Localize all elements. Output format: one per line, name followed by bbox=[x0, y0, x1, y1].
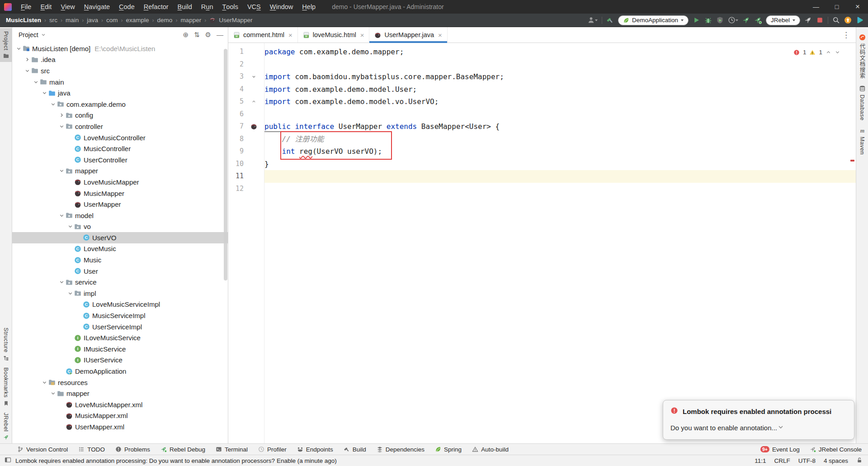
code-line[interactable]: import com.baomidou.mybatisplus.core.map… bbox=[264, 71, 856, 83]
window-layout-icon[interactable] bbox=[5, 456, 11, 465]
tree-row[interactable]: IILoveMusicService bbox=[12, 332, 228, 343]
stripe-item-database[interactable]: Database bbox=[856, 82, 868, 124]
file-encoding[interactable]: UTF-8 bbox=[798, 457, 816, 464]
window-layout-icon[interactable] bbox=[5, 456, 11, 463]
toolwindow-button-terminal[interactable]: Terminal bbox=[216, 446, 248, 453]
editor-body[interactable]: 123456789101112 package com.example.demo… bbox=[228, 43, 856, 443]
line-ending[interactable]: CRLF bbox=[774, 457, 790, 464]
padlock-icon[interactable] bbox=[856, 457, 863, 465]
tree-row[interactable]: CUser bbox=[12, 266, 228, 277]
jrebel-debug-rocket-button[interactable] bbox=[754, 16, 762, 24]
status-message[interactable]: Lombok requires enabled annotation proce… bbox=[15, 457, 337, 464]
toolwindow-button-build[interactable]: Build bbox=[344, 446, 366, 453]
tree-row[interactable]: controller bbox=[12, 121, 228, 132]
menu-item-vcs[interactable]: VCS bbox=[243, 0, 265, 14]
tree-row[interactable]: CLoveMusicController bbox=[12, 132, 228, 143]
breadcrumb-item-musiclisten[interactable]: MusicListen bbox=[6, 17, 41, 24]
tree-row[interactable]: UserMapper.xml bbox=[12, 421, 228, 433]
chevron-closed-icon[interactable] bbox=[24, 57, 30, 62]
menu-item-edit[interactable]: Edit bbox=[36, 0, 56, 14]
chevron-open-icon[interactable] bbox=[42, 90, 47, 96]
chevron-down-icon[interactable] bbox=[41, 32, 46, 38]
tree-row[interactable]: LoveMusicMapper bbox=[12, 176, 228, 188]
tree-row[interactable]: LoveMusicMapper.xml bbox=[12, 399, 228, 410]
gutter-line[interactable]: 1 bbox=[228, 46, 264, 58]
tree-row[interactable]: mapper bbox=[12, 388, 228, 399]
tree-row[interactable]: MusicMapper bbox=[12, 188, 228, 199]
toolwindow-button-spring[interactable]: Spring bbox=[435, 446, 462, 453]
tree-row[interactable]: CDemoApplication bbox=[12, 366, 228, 377]
editor-gutter[interactable]: 123456789101112 bbox=[228, 43, 264, 443]
tree-row[interactable]: IIUserService bbox=[12, 355, 228, 366]
jrebel-disabled-rocket-button[interactable] bbox=[804, 16, 812, 24]
stripe-item-代码文档搜索[interactable]: 代码文档搜索 bbox=[856, 31, 868, 82]
tree-row[interactable]: resources bbox=[12, 377, 228, 388]
ide-update-button[interactable] bbox=[844, 16, 852, 24]
code-line[interactable] bbox=[264, 58, 856, 71]
indent-setting[interactable]: 4 spaces bbox=[824, 457, 848, 464]
code-line[interactable] bbox=[264, 183, 856, 195]
code-view[interactable]: package com.example.demo.mapper;import c… bbox=[264, 43, 856, 443]
toolwindow-button-version-control[interactable]: Version Control bbox=[17, 446, 68, 453]
gutter-line[interactable]: 11 bbox=[228, 170, 264, 183]
chevron-open-icon[interactable] bbox=[59, 279, 65, 285]
chevron-open-icon[interactable] bbox=[251, 74, 256, 79]
tree-row[interactable]: IIMusicService bbox=[12, 343, 228, 355]
gutter-line[interactable]: 6 bbox=[228, 108, 264, 121]
tree-row[interactable]: service bbox=[12, 276, 228, 288]
toolwindow-button-problems[interactable]: Problems bbox=[115, 446, 150, 453]
settings-gear-icon[interactable]: ⚙ bbox=[205, 31, 211, 39]
tree-row[interactable]: CLoveMusic bbox=[12, 243, 228, 255]
close-tab-icon[interactable]: × bbox=[438, 31, 442, 39]
tree-row[interactable]: CLoveMusicServiceImpl bbox=[12, 299, 228, 310]
chevron-open-icon[interactable] bbox=[16, 46, 22, 52]
caret-position[interactable]: 11:1 bbox=[755, 457, 766, 464]
error-stripe-mark[interactable] bbox=[850, 160, 854, 162]
close-tab-icon[interactable]: × bbox=[288, 31, 292, 39]
stripe-item-maven[interactable]: mMaven bbox=[856, 124, 868, 158]
expand-collapse-icon[interactable]: ⇅ bbox=[194, 31, 200, 39]
chevron-down-icon[interactable] bbox=[835, 49, 840, 55]
menu-item-build[interactable]: Build bbox=[173, 0, 197, 14]
breadcrumb-item-src[interactable]: src bbox=[49, 17, 57, 24]
chevron-open-icon[interactable] bbox=[33, 79, 39, 85]
gutter-line[interactable]: 3 bbox=[228, 71, 264, 83]
chevron-down-icon[interactable] bbox=[777, 423, 784, 432]
notification-popup[interactable]: Lombok requires enabled annotation proce… bbox=[663, 400, 854, 440]
menu-item-refactor[interactable]: Refactor bbox=[139, 0, 173, 14]
stripe-item-bookmarks[interactable]: Bookmarks bbox=[0, 364, 12, 409]
menu-item-window[interactable]: Window bbox=[265, 0, 298, 14]
gutter-line[interactable]: 9 bbox=[228, 145, 264, 158]
mybatis-icon[interactable] bbox=[250, 123, 257, 130]
inspection-widget[interactable]: 11 bbox=[793, 46, 840, 59]
toolwindow-button-todo[interactable]: TODO bbox=[78, 446, 105, 453]
breadcrumb-item-example[interactable]: example bbox=[126, 17, 149, 24]
jrebel-run-rocket-button[interactable] bbox=[742, 16, 750, 24]
locate-file-icon[interactable]: ⊕ bbox=[183, 31, 189, 39]
toolwindow-button-jrebel-console[interactable]: JRebel Console bbox=[810, 446, 862, 453]
maximize-button[interactable]: □ bbox=[826, 0, 847, 14]
tree-row[interactable]: com.example.demo bbox=[12, 99, 228, 110]
code-line[interactable]: import com.example.demo.model.vo.UserVO; bbox=[264, 95, 856, 108]
notification-body[interactable]: Do you want to enable annotation... bbox=[670, 424, 777, 432]
run-config-button-demoapplication[interactable]: DemoApplication bbox=[618, 15, 689, 25]
tab-lovemusic-html[interactable]: HloveMusic.html× bbox=[298, 27, 370, 43]
tree-row[interactable]: mapper bbox=[12, 166, 228, 177]
user-profile-button[interactable] bbox=[587, 16, 598, 24]
tab-usermapper-java[interactable]: UserMapper.java× bbox=[369, 27, 447, 43]
breadcrumb-item-java[interactable]: java bbox=[87, 17, 98, 24]
chevron-open-icon[interactable] bbox=[50, 390, 56, 396]
breadcrumb-item-demo[interactable]: demo bbox=[157, 17, 173, 24]
gutter-line[interactable]: 8 bbox=[228, 133, 264, 146]
tree-row[interactable]: java bbox=[12, 87, 228, 99]
tree-row[interactable]: MusicListen [demo]E:\code\MusicListen bbox=[12, 43, 228, 54]
menu-item-tools[interactable]: Tools bbox=[217, 0, 242, 14]
breadcrumb-item-main[interactable]: main bbox=[66, 17, 79, 24]
gutter-line[interactable]: 12 bbox=[228, 183, 264, 195]
tree-row[interactable]: CMusicServiceImpl bbox=[12, 310, 228, 321]
close-button[interactable]: × bbox=[847, 0, 868, 14]
toolwindow-button-endpoints[interactable]: Endpoints bbox=[297, 446, 333, 453]
menu-item-run[interactable]: Run bbox=[197, 0, 218, 14]
chevron-open-icon[interactable] bbox=[42, 380, 47, 385]
chevron-up-icon[interactable] bbox=[251, 99, 256, 104]
